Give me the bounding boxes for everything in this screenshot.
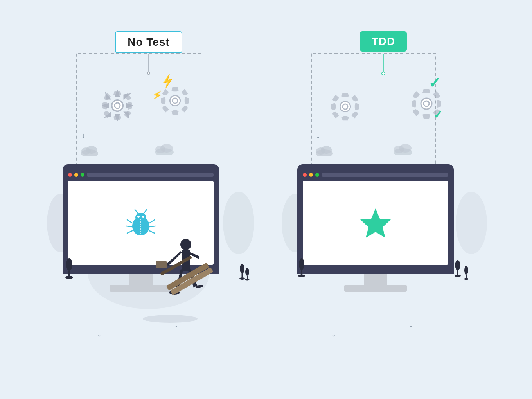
svg-marker-80 [433, 91, 440, 98]
screen-right [303, 181, 448, 265]
svg-point-86 [321, 146, 332, 154]
left-panel: No Test [55, 31, 243, 368]
arrow-down-bottom-left: ↓ [97, 329, 101, 339]
cloud-right1 [314, 145, 335, 158]
svg-marker-68 [332, 95, 339, 102]
svg-point-52 [65, 276, 73, 279]
svg-rect-51 [68, 271, 70, 276]
svg-point-32 [142, 216, 144, 218]
svg-marker-78 [413, 91, 420, 98]
svg-marker-6 [128, 102, 132, 110]
gear-left-2-broken: ⚡ ⚡ [160, 86, 190, 117]
svg-point-101 [464, 278, 469, 280]
tree-right2 [454, 260, 462, 282]
gear-left-1 [102, 90, 133, 123]
svg-marker-75 [422, 114, 430, 119]
svg-line-35 [127, 220, 132, 223]
svg-marker-19 [181, 89, 188, 96]
svg-point-11 [112, 100, 123, 111]
svg-marker-70 [351, 95, 358, 102]
notest-badge: No Test [115, 31, 182, 53]
svg-rect-94 [301, 270, 302, 275]
checkmark-1: ✓ [428, 74, 441, 92]
bug-icon [123, 207, 158, 239]
svg-marker-64 [341, 93, 349, 97]
right-panel: TDD [289, 31, 477, 368]
svg-marker-90 [360, 208, 391, 238]
svg-line-40 [149, 231, 155, 233]
tree-right3 [464, 266, 469, 282]
tree-left3 [244, 268, 250, 284]
svg-line-36 [126, 226, 132, 227]
cloud-left2 [153, 143, 176, 157]
svg-marker-81 [413, 109, 420, 116]
svg-line-34 [144, 210, 147, 214]
arrow-down-bottom-right: ↓ [332, 329, 336, 339]
notest-label: No Test [128, 36, 170, 48]
svg-point-98 [455, 275, 461, 277]
svg-point-50 [66, 258, 72, 271]
svg-line-33 [135, 210, 138, 214]
tdd-label: TDD [372, 35, 395, 47]
lightning-2: ⚡ [151, 89, 163, 101]
tdd-badge: TDD [360, 31, 407, 52]
cloud-left1 [79, 145, 101, 158]
svg-point-53 [240, 264, 244, 273]
side-blob-right-right [452, 184, 491, 264]
svg-rect-57 [247, 276, 248, 279]
svg-point-60 [223, 192, 254, 254]
svg-rect-47 [156, 261, 167, 268]
svg-point-82 [421, 98, 432, 109]
tree-right1 [297, 258, 306, 282]
svg-marker-69 [351, 112, 358, 119]
svg-marker-76 [412, 100, 416, 108]
svg-marker-18 [181, 106, 188, 113]
svg-point-95 [298, 275, 305, 277]
svg-point-96 [455, 260, 460, 270]
person-left [156, 235, 219, 322]
svg-rect-100 [466, 275, 467, 278]
svg-point-28 [160, 144, 173, 153]
connector-dot-right [381, 72, 385, 75]
svg-marker-77 [437, 100, 441, 108]
svg-point-99 [464, 266, 468, 275]
svg-marker-5 [102, 102, 107, 110]
svg-point-56 [245, 268, 249, 276]
svg-marker-4 [113, 116, 121, 120]
svg-rect-54 [242, 273, 243, 277]
gear-right-2: ✓ ✓ [411, 88, 442, 121]
arrow-up-bottom-right: ↑ [409, 323, 413, 333]
svg-point-43 [180, 239, 191, 250]
svg-point-21 [170, 95, 180, 106]
tree-left1 [65, 258, 74, 283]
checkmark-2: ✓ [433, 108, 442, 121]
svg-marker-17 [162, 89, 169, 96]
svg-marker-16 [185, 97, 189, 104]
side-blob-right [219, 184, 258, 264]
svg-marker-13 [171, 87, 179, 91]
svg-marker-71 [332, 112, 339, 119]
svg-point-93 [299, 258, 304, 270]
svg-marker-65 [341, 116, 349, 120]
svg-line-37 [127, 231, 132, 233]
svg-point-72 [340, 101, 350, 111]
svg-point-30 [135, 213, 146, 222]
svg-point-25 [86, 146, 97, 154]
svg-point-92 [456, 192, 487, 254]
svg-marker-14 [171, 110, 179, 115]
svg-marker-3 [113, 91, 121, 95]
svg-point-55 [239, 277, 245, 280]
svg-marker-20 [162, 106, 169, 113]
svg-point-31 [137, 216, 140, 218]
cloud-right2 [391, 143, 415, 157]
svg-point-89 [399, 144, 412, 153]
svg-line-38 [149, 220, 155, 223]
svg-rect-97 [457, 270, 458, 275]
main-container: No Test [0, 0, 532, 399]
star-icon [358, 205, 393, 241]
svg-point-58 [245, 279, 250, 281]
svg-line-39 [149, 226, 155, 227]
gear-right-1 [331, 92, 360, 123]
svg-marker-66 [331, 103, 336, 110]
monitor-right [297, 164, 454, 292]
